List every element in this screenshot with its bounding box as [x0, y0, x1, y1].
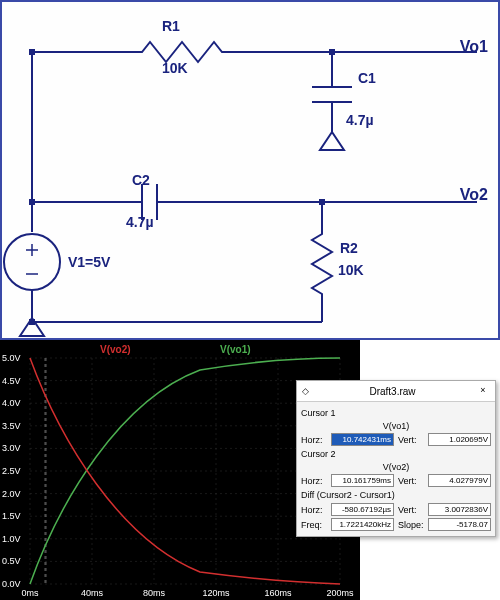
x-tick: 40ms	[81, 588, 103, 598]
y-tick: 3.0V	[2, 443, 21, 453]
y-tick: 4.0V	[2, 398, 21, 408]
svg-point-17	[4, 234, 60, 290]
slope-value[interactable]: -5178.07	[428, 518, 491, 531]
y-tick: 1.5V	[2, 511, 21, 521]
dialog-title: Draft3.raw	[369, 386, 415, 397]
svg-rect-25	[29, 199, 35, 205]
x-tick: 120ms	[202, 588, 229, 598]
c1-value: 4.7µ	[346, 112, 374, 128]
c2-name: C2	[132, 172, 150, 188]
y-tick: 5.0V	[2, 353, 21, 363]
diff-header: Diff (Cursor2 - Cursor1)	[301, 488, 491, 502]
y-tick: 2.0V	[2, 489, 21, 499]
y-tick: 1.0V	[2, 534, 21, 544]
cursor2-trace-name: V(vo2)	[301, 461, 491, 473]
y-tick: 0.0V	[2, 579, 21, 589]
vo2-label: Vo2	[460, 186, 488, 204]
c1-name: C1	[358, 70, 376, 86]
x-tick: 0ms	[21, 588, 38, 598]
cursor2-vert-value[interactable]: 4.027979V	[428, 474, 491, 487]
r2-value: 10K	[338, 262, 364, 278]
y-tick: 4.5V	[2, 376, 21, 386]
vert-label: Vert:	[398, 435, 424, 445]
y-tick: 3.5V	[2, 421, 21, 431]
v1-name: V1=5V	[68, 254, 110, 270]
svg-rect-26	[319, 199, 325, 205]
cursor1-vert-value[interactable]: 1.020695V	[428, 433, 491, 446]
cursor-dialog[interactable]: ◇ Draft3.raw × Cursor 1 V(vo1) Horz: 10.…	[296, 380, 496, 537]
simulation-plot-area: 5.0V 4.5V 4.0V 3.5V 3.0V 2.5V 2.0V 1.5V …	[0, 340, 500, 600]
r1-value: 10K	[162, 60, 188, 76]
x-tick: 80ms	[143, 588, 165, 598]
dialog-icon: ◇	[302, 386, 309, 396]
vert-label: Vert:	[398, 476, 424, 486]
cursor1-header: Cursor 1	[301, 406, 491, 420]
dialog-titlebar[interactable]: ◇ Draft3.raw ×	[297, 381, 495, 402]
diff-horz-value[interactable]: -580.67192µs	[331, 503, 394, 516]
horz-label: Horz:	[301, 476, 327, 486]
y-tick: 0.5V	[2, 556, 21, 566]
vert-label: Vert:	[398, 505, 424, 515]
x-tick: 200ms	[326, 588, 353, 598]
cursor2-horz-value[interactable]: 10.161759ms	[331, 474, 394, 487]
r2-name: R2	[340, 240, 358, 256]
horz-label: Horz:	[301, 505, 327, 515]
x-tick: 160ms	[264, 588, 291, 598]
slope-label: Slope:	[398, 520, 424, 530]
svg-rect-24	[329, 49, 335, 55]
cursor1-horz-value[interactable]: 10.742431ms	[331, 433, 394, 446]
c2-value: 4.7µ	[126, 214, 154, 230]
trace-label-vo1[interactable]: V(vo1)	[220, 344, 251, 355]
trace-label-vo2[interactable]: V(vo2)	[100, 344, 131, 355]
cursor1-trace-name: V(vo1)	[301, 420, 491, 432]
horz-label: Horz:	[301, 435, 327, 445]
diff-vert-value[interactable]: 3.0072836V	[428, 503, 491, 516]
cursor2-header: Cursor 2	[301, 447, 491, 461]
circuit-schematic: R1 10K C1 4.7µ C2 4.7µ R2 10K V1=5V Vo1 …	[0, 0, 500, 340]
r1-name: R1	[162, 18, 180, 34]
y-tick: 2.5V	[2, 466, 21, 476]
svg-rect-23	[29, 49, 35, 55]
freq-value[interactable]: 1.7221420kHz	[331, 518, 394, 531]
freq-label: Freq:	[301, 520, 327, 530]
vo1-label: Vo1	[460, 38, 488, 56]
close-icon[interactable]: ×	[476, 384, 490, 398]
svg-rect-27	[29, 319, 35, 325]
